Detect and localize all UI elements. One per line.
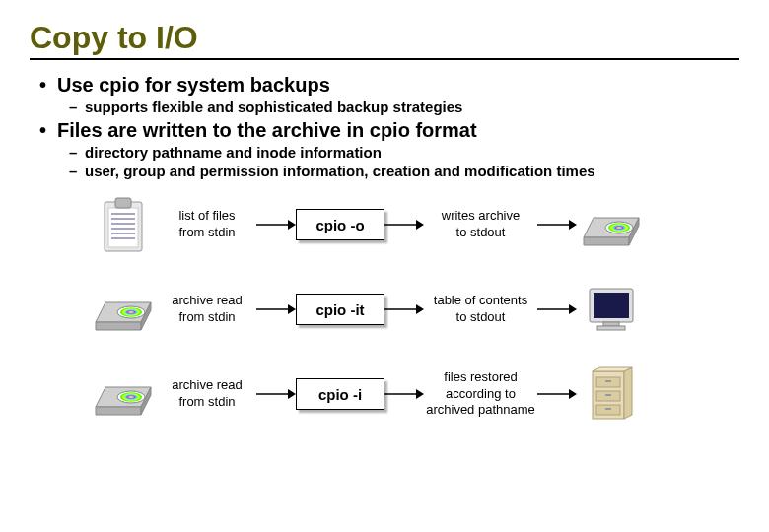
bullet-2: Files are written to the archive in cpio… bbox=[57, 119, 739, 142]
svg-marker-16 bbox=[584, 237, 629, 245]
arrow-icon bbox=[256, 299, 296, 319]
row3-output-label-line2: according to bbox=[424, 386, 537, 403]
row3-output-label: files restored according to archived pat… bbox=[424, 369, 537, 420]
row2-input-label: archive read from stdin bbox=[158, 293, 256, 326]
svg-point-42 bbox=[129, 396, 134, 398]
row2-output-label-line1: table of contents bbox=[424, 293, 537, 309]
svg-marker-28 bbox=[288, 304, 296, 314]
row2-input-label-line2: from stdin bbox=[158, 309, 256, 326]
command-box-3: cpio -i bbox=[296, 378, 384, 410]
row2-input-label-line1: archive read bbox=[158, 293, 256, 309]
svg-rect-34 bbox=[594, 293, 629, 318]
svg-rect-35 bbox=[603, 322, 619, 326]
diagram-row-2: archive read from stdin cpio -it table o… bbox=[89, 278, 739, 341]
clipboard-icon bbox=[89, 195, 158, 254]
svg-rect-55 bbox=[605, 380, 611, 382]
diagram-row-1: list of files from stdin cpio -o writes … bbox=[89, 193, 739, 256]
row1-input-label: list of files from stdin bbox=[158, 208, 256, 241]
bullet-2-sub-2: user, group and permission information, … bbox=[85, 163, 739, 179]
arrow-icon bbox=[384, 215, 424, 234]
monitor-icon bbox=[577, 280, 646, 339]
svg-rect-8 bbox=[115, 198, 131, 208]
bullet-1: Use cpio for system backups bbox=[57, 74, 739, 97]
svg-point-20 bbox=[617, 227, 622, 229]
row3-input-label-line2: from stdin bbox=[158, 394, 256, 411]
row3-output-label-line3: archived pathname bbox=[424, 402, 537, 419]
cabinet-icon bbox=[577, 365, 646, 424]
row1-output-label-line2: to stdout bbox=[424, 225, 537, 241]
row1-input-label-line2: from stdin bbox=[158, 225, 256, 241]
command-box-2: cpio -it bbox=[296, 294, 384, 325]
svg-rect-36 bbox=[597, 326, 625, 330]
svg-marker-50 bbox=[624, 367, 632, 419]
bullet-2-sub-1: directory pathname and inode information bbox=[85, 144, 739, 161]
title-rule bbox=[30, 58, 739, 60]
cdwriter-icon bbox=[89, 365, 158, 424]
arrow-icon bbox=[384, 299, 424, 319]
svg-marker-48 bbox=[569, 389, 577, 399]
arrow-icon bbox=[256, 384, 296, 404]
arrow-icon bbox=[256, 215, 296, 234]
arrow-icon bbox=[384, 384, 424, 404]
row2-output-label-line2: to stdout bbox=[424, 309, 537, 326]
command-box-1: cpio -o bbox=[296, 209, 384, 240]
cdwriter-icon bbox=[89, 280, 158, 339]
svg-rect-56 bbox=[605, 394, 611, 396]
svg-marker-51 bbox=[593, 367, 632, 371]
svg-marker-32 bbox=[569, 304, 577, 314]
arrow-icon bbox=[537, 299, 577, 319]
diagram: list of files from stdin cpio -o writes … bbox=[89, 193, 739, 426]
bullet-1-sub-1: supports flexible and sophisticated back… bbox=[85, 99, 739, 115]
svg-marker-38 bbox=[96, 407, 141, 415]
svg-point-26 bbox=[129, 311, 134, 313]
svg-marker-30 bbox=[416, 304, 424, 314]
row3-input-label-line1: archive read bbox=[158, 377, 256, 394]
svg-marker-46 bbox=[416, 389, 424, 399]
row3-output-label-line1: files restored bbox=[424, 369, 537, 386]
svg-rect-57 bbox=[605, 408, 611, 410]
row2-output-label: table of contents to stdout bbox=[424, 293, 537, 326]
cdwriter-icon bbox=[577, 195, 646, 254]
row1-output-label-line1: writes archive bbox=[424, 208, 537, 225]
svg-marker-22 bbox=[96, 322, 141, 330]
slide-title: Copy to I/O bbox=[30, 20, 739, 56]
svg-marker-10 bbox=[288, 220, 296, 230]
diagram-row-3: archive read from stdin cpio -i files re… bbox=[89, 363, 739, 426]
arrow-icon bbox=[537, 384, 577, 404]
svg-marker-14 bbox=[569, 220, 577, 230]
arrow-icon bbox=[537, 215, 577, 234]
svg-marker-12 bbox=[416, 220, 424, 230]
bullet-list: Use cpio for system backups supports fle… bbox=[57, 74, 739, 179]
svg-marker-44 bbox=[288, 389, 296, 399]
row1-output-label: writes archive to stdout bbox=[424, 208, 537, 241]
row3-input-label: archive read from stdin bbox=[158, 377, 256, 411]
row1-input-label-line1: list of files bbox=[158, 208, 256, 225]
